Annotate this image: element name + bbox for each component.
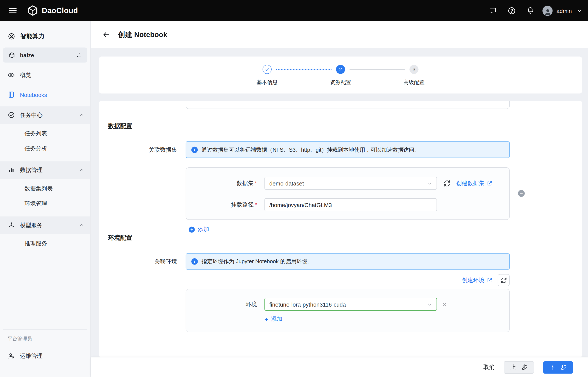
step-number: 3 <box>409 65 418 74</box>
daocloud-logo-icon <box>27 5 39 16</box>
brand: DaoCloud <box>27 5 78 16</box>
sidebar-item-label: 任务分析 <box>24 145 47 152</box>
stepper: 基本信息 2 资源配置 3 高级配置 <box>99 57 582 74</box>
refresh-datasets-icon[interactable] <box>443 179 451 187</box>
sidebar-group-label: 模型服务 <box>20 222 43 229</box>
field-label: 环境 <box>186 298 257 311</box>
notebook-icon <box>8 91 15 98</box>
sidebar-group-label: 数据管理 <box>20 166 43 174</box>
step-connector-dotted <box>276 69 331 70</box>
sidebar-bottom: 平台管理员 运维管理 <box>0 329 90 377</box>
info-icon: i <box>191 258 198 265</box>
env-select-row: 环境 finetune-lora-python3116-cuda ✕ <box>186 298 509 311</box>
environment-select[interactable]: finetune-lora-python3116-cuda <box>264 298 437 311</box>
external-link-icon <box>487 277 492 283</box>
plus-circle-icon: + <box>189 226 195 233</box>
sidebar-item-label: 环境管理 <box>24 200 47 207</box>
sidebar-role-label: 平台管理员 <box>8 336 90 342</box>
previous-step-button[interactable]: 上一步 <box>504 361 534 374</box>
create-environment-link[interactable]: 创建环境 <box>462 277 492 284</box>
sidebar-item-label: 运维管理 <box>20 353 43 360</box>
dataset-info-alert: i 通过数据集可以将远端数据（NFS、S3、http、git）挂载到本地使用，可… <box>186 141 510 158</box>
remove-dataset-icon[interactable]: − <box>518 190 525 197</box>
sidebar-item-overview[interactable]: 概览 <box>0 67 90 83</box>
stepper-card: 基本信息 2 资源配置 3 高级配置 <box>99 57 582 94</box>
env-info-alert: i 指定环境作为 Jupyter Notebook 的启用环境。 <box>186 253 510 270</box>
sidebar-group-model-service[interactable]: 模型服务 <box>0 216 90 234</box>
chevron-down-icon <box>427 181 432 186</box>
sidebar-item-label: 任务列表 <box>24 130 47 137</box>
env-config-card: 环境 finetune-lora-python3116-cuda ✕ <box>186 289 510 332</box>
dataset-config-card: 数据集* demo-dataset <box>186 167 510 220</box>
app-root: DaoCloud admin 智能算力 <box>0 0 588 377</box>
check-circle-icon <box>8 111 15 119</box>
person-gear-icon <box>8 352 15 360</box>
sidebar-item-environment-management[interactable]: 环境管理 <box>0 196 90 211</box>
workspace-selector[interactable]: baize <box>3 47 87 63</box>
sidebar-item-inference-service[interactable]: 推理服务 <box>0 236 90 251</box>
messages-icon[interactable] <box>486 4 499 17</box>
model-nodes-icon <box>8 221 15 229</box>
step-connector-solid <box>350 69 405 70</box>
sidebar-item-notebooks[interactable]: Notebooks <box>0 87 90 103</box>
username[interactable]: admin <box>556 7 572 14</box>
clear-environment-icon[interactable]: ✕ <box>442 301 447 307</box>
environment-select-value: finetune-lora-python3116-cuda <box>269 301 346 308</box>
alert-text: 指定环境作为 Jupyter Notebook 的启用环境。 <box>202 258 313 265</box>
create-dataset-link[interactable]: 创建数据集 <box>456 180 492 187</box>
next-step-button[interactable]: 下一步 <box>543 361 573 374</box>
topbar-actions: admin <box>486 4 582 17</box>
add-environment-button[interactable]: + 添加 <box>264 316 282 323</box>
sidebar: 智能算力 baize 概览 Notebooks <box>0 21 91 377</box>
switch-workspace-icon[interactable] <box>75 52 82 59</box>
menu-icon[interactable] <box>8 6 17 15</box>
target-icon <box>8 32 15 40</box>
step-advanced-config: 3 高级配置 <box>409 65 418 74</box>
step-label: 资源配置 <box>330 79 351 86</box>
cube-icon <box>8 51 15 59</box>
wizard-footer: 取消 上一步 下一步 <box>91 357 588 377</box>
add-dataset-button[interactable]: + 添加 <box>189 226 209 233</box>
clipped-field-edge <box>186 101 510 109</box>
mount-path-input[interactable] <box>264 198 437 211</box>
step-label: 高级配置 <box>403 79 424 86</box>
back-arrow-icon[interactable] <box>101 29 112 40</box>
sidebar-divider <box>3 329 87 330</box>
alert-text: 通过数据集可以将远端数据（NFS、S3、http、git）挂载到本地使用，可以加… <box>202 146 420 153</box>
dataset-select-row: 数据集* demo-dataset <box>186 177 509 190</box>
sidebar-group-task-center[interactable]: 任务中心 <box>0 106 90 124</box>
required-mark: * <box>255 180 257 186</box>
chevron-down-icon[interactable] <box>577 8 582 13</box>
sidebar-item-task-list[interactable]: 任务列表 <box>0 126 90 141</box>
sidebar-item-dataset-list[interactable]: 数据集列表 <box>0 181 90 196</box>
cancel-button[interactable]: 取消 <box>483 364 495 371</box>
sidebar-item-label: 数据集列表 <box>24 185 53 192</box>
sidebar-product: 智能算力 <box>0 28 90 45</box>
eye-icon <box>8 71 15 79</box>
sidebar-group-label: 任务中心 <box>20 111 43 118</box>
chevron-up-icon <box>79 223 85 228</box>
sidebar-item-task-analysis[interactable]: 任务分析 <box>0 141 90 156</box>
chevron-up-icon <box>79 167 85 173</box>
main-content: 创建 Notebook 基本信息 2 资源配置 3 高级配 <box>91 21 588 377</box>
sidebar-item-ops-management[interactable]: 运维管理 <box>0 348 90 364</box>
sidebar-item-label: 推理服务 <box>24 240 47 247</box>
dataset-association-row: 关联数据集 i 通过数据集可以将远端数据（NFS、S3、http、git）挂载到… <box>99 141 582 233</box>
step-number: 2 <box>336 65 345 74</box>
field-label: 挂载路径* <box>186 198 257 211</box>
field-label: 关联数据集 <box>99 141 177 158</box>
section-title-env-config: 环境配置 <box>108 234 582 242</box>
refresh-environments-icon[interactable] <box>498 274 510 286</box>
sidebar-group-data-management[interactable]: 数据管理 <box>0 161 90 179</box>
help-icon[interactable] <box>505 4 519 17</box>
dataset-select[interactable]: demo-dataset <box>264 177 437 190</box>
page-title: 创建 Notebook <box>118 30 167 39</box>
chevron-up-icon <box>79 112 85 118</box>
notifications-icon[interactable] <box>524 4 537 17</box>
field-label: 数据集* <box>186 177 257 190</box>
chevron-down-icon <box>427 302 432 307</box>
product-label: 智能算力 <box>21 32 45 40</box>
bar-chart-icon <box>8 166 15 174</box>
step-resource-config: 2 资源配置 <box>336 65 345 74</box>
avatar[interactable] <box>543 5 553 15</box>
